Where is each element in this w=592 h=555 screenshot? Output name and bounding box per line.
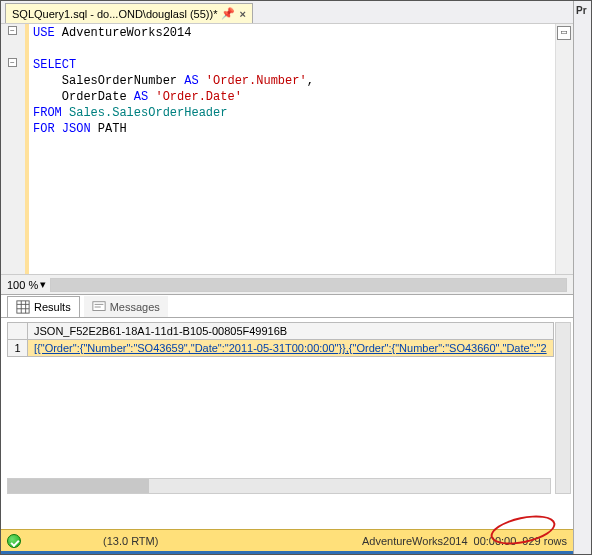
col1: SalesOrderNumber: [62, 74, 177, 88]
col2: OrderDate: [62, 90, 127, 104]
table-row[interactable]: 1 [{"Order":{"Number":"SO43659","Date":"…: [8, 340, 554, 357]
editor-h-scrollbar[interactable]: [50, 278, 567, 292]
editor-area: − − USE AdventureWorks2014 SELECT SalesO…: [1, 24, 573, 274]
column-header[interactable]: JSON_F52E2B61-18A1-11d1-B105-00805F49916…: [28, 323, 554, 340]
zoom-bar: 100 % ▾: [1, 274, 573, 294]
tab-results-label: Results: [34, 301, 71, 313]
kw-from: FROM: [33, 106, 62, 120]
kw-select: SELECT: [33, 58, 76, 72]
kw-path: PATH: [98, 122, 127, 136]
from-obj: Sales.SalesOrderHeader: [62, 106, 228, 120]
tab-messages-label: Messages: [110, 301, 160, 313]
kw-json: JSON: [62, 122, 91, 136]
pin-icon[interactable]: 📌: [221, 7, 235, 20]
outline-toggle-icon[interactable]: −: [8, 58, 17, 67]
bottom-border: [1, 551, 573, 554]
status-database: AdventureWorks2014: [362, 535, 468, 547]
kw-use: USE: [33, 26, 55, 40]
tab-title: SQLQuery1.sql - do...OND\douglasl (55))*: [12, 8, 217, 20]
svg-rect-5: [93, 301, 105, 310]
results-h-scrollbar[interactable]: [7, 478, 551, 494]
results-v-scrollbar[interactable]: [555, 322, 571, 494]
zoom-dropdown[interactable]: 100 % ▾: [7, 278, 46, 291]
alias1: 'Order.Number': [206, 74, 307, 88]
side-panel[interactable]: Pr: [573, 1, 591, 554]
row-number: 1: [8, 340, 28, 357]
status-rows: 929 rows: [522, 535, 567, 547]
kw-as: AS: [134, 90, 148, 104]
split-icon[interactable]: ▭: [557, 26, 571, 40]
zoom-value: 100 %: [7, 279, 38, 291]
status-version: (13.0 RTM): [103, 535, 158, 547]
code-editor[interactable]: USE AdventureWorks2014 SELECT SalesOrder…: [29, 24, 555, 274]
gutter: − −: [1, 24, 29, 274]
grid-icon: [16, 300, 30, 314]
tab-results[interactable]: Results: [7, 296, 80, 317]
results-tabs: Results Messages: [1, 294, 573, 318]
tab-messages[interactable]: Messages: [84, 296, 168, 317]
kw-as: AS: [184, 74, 198, 88]
side-panel-label: Pr: [576, 5, 587, 16]
outline-toggle-icon[interactable]: −: [8, 26, 17, 35]
corner-cell: [8, 323, 28, 340]
results-grid: JSON_F52E2B61-18A1-11d1-B105-00805F49916…: [1, 318, 573, 496]
status-bar: (13.0 RTM) AdventureWorks2014 00:00:00 9…: [1, 529, 573, 551]
kw-for: FOR: [33, 122, 55, 136]
alias2: 'Order.Date': [155, 90, 241, 104]
svg-rect-0: [17, 301, 29, 313]
tab-bar: SQLQuery1.sql - do...OND\douglasl (55))*…: [1, 1, 573, 24]
close-icon[interactable]: ×: [239, 8, 245, 20]
chevron-down-icon: ▾: [40, 278, 46, 291]
status-time: 00:00:00: [474, 535, 517, 547]
message-icon: [92, 300, 106, 314]
vertical-scrollbar[interactable]: ▭: [555, 24, 573, 274]
success-icon: [7, 534, 21, 548]
result-cell[interactable]: [{"Order":{"Number":"SO43659","Date":"20…: [28, 340, 554, 357]
db-name: AdventureWorks2014: [55, 26, 192, 40]
results-table: JSON_F52E2B61-18A1-11d1-B105-00805F49916…: [7, 322, 554, 357]
document-tab[interactable]: SQLQuery1.sql - do...OND\douglasl (55))*…: [5, 3, 253, 23]
